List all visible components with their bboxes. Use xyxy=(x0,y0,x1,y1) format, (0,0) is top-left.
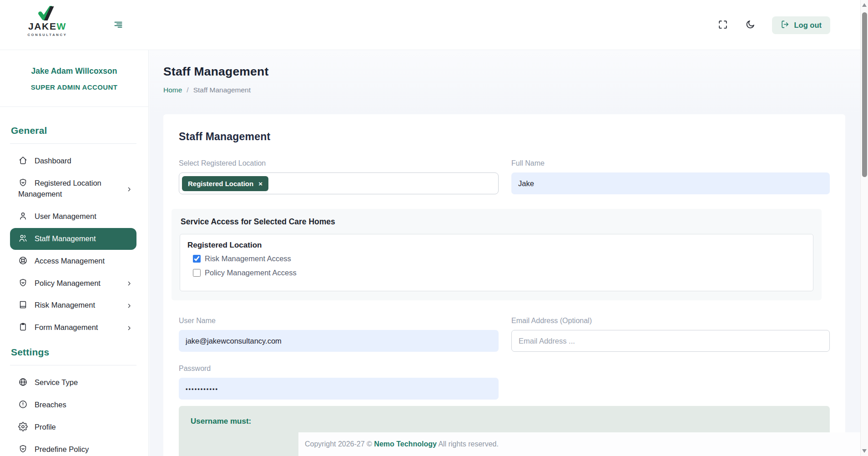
access-checkbox-label: Risk Management Access xyxy=(205,254,291,263)
home-icon xyxy=(18,156,28,165)
sidebar-item-breaches[interactable]: Breaches xyxy=(10,394,136,416)
breadcrumb-divider: / xyxy=(187,86,188,94)
user-name-group: User Name xyxy=(179,317,499,352)
sidebar-item-label: User Management xyxy=(35,212,96,220)
card-title: Staff Management xyxy=(179,131,830,143)
staff-form-card: Staff Management Select Registered Locat… xyxy=(163,114,845,456)
selected-location-tag-label: Registered Location xyxy=(188,180,253,187)
sidebar-item-profile[interactable]: Profile xyxy=(10,416,136,438)
sidebar-item-service-type[interactable]: Service Type xyxy=(10,372,136,394)
sidebar-item-dashboard[interactable]: Dashboard xyxy=(10,150,136,172)
globe-icon xyxy=(18,377,28,387)
sidebar-item-label: Staff Management xyxy=(35,234,96,243)
shield-check-icon xyxy=(18,278,28,288)
footer-copyright: Copyright 2026-27 © Nemo Technology All … xyxy=(305,440,499,448)
chevron-right-icon xyxy=(126,279,133,287)
sidebar-item-risk-management[interactable]: Risk Management xyxy=(10,294,136,316)
sidebar-divider xyxy=(10,365,136,365)
footer-brand-link[interactable]: Nemo Technology xyxy=(374,440,437,448)
sidebar-item-form-management[interactable]: Form Management xyxy=(10,317,136,339)
scrollbar-thumb[interactable] xyxy=(862,12,867,177)
access-checkbox[interactable] xyxy=(193,255,201,263)
page-scrollbar[interactable] xyxy=(860,0,868,456)
sidebar-user-block: Jake Adam Willcoxson SUPER ADMIN ACCOUNT xyxy=(0,50,148,107)
header-actions: Log out xyxy=(717,0,830,50)
main-content: Staff Management Home / Staff Management… xyxy=(149,50,860,456)
chevron-right-icon xyxy=(126,302,133,309)
username-hint-title: Username must: xyxy=(191,417,251,426)
theme-toggle-button[interactable] xyxy=(745,20,756,30)
sidebar: Jake Adam Willcoxson SUPER ADMIN ACCOUNT… xyxy=(0,50,149,456)
service-access-option[interactable]: Risk Management Access xyxy=(193,254,806,263)
sidebar-menu: GeneralDashboardRegistered Location Mana… xyxy=(0,107,148,456)
service-access-option[interactable]: Policy Management Access xyxy=(193,269,806,277)
full-name-group: Full Name xyxy=(511,159,830,194)
sidebar-item-label: Predefine Policy xyxy=(35,445,89,453)
brand-subtitle: CONSULTANCY xyxy=(19,33,76,37)
service-access-box: Registered Location Risk Management Acce… xyxy=(180,234,813,291)
shield-check-icon xyxy=(18,178,28,187)
email-input[interactable] xyxy=(511,330,830,352)
full-name-label: Full Name xyxy=(511,159,830,167)
user-name-label: User Name xyxy=(179,317,499,325)
breadcrumb-home-link[interactable]: Home xyxy=(163,86,182,94)
sidebar-section-title: General xyxy=(11,125,136,136)
user-icon xyxy=(18,211,28,221)
select-location-group: Select Registered Location Registered Lo… xyxy=(179,159,499,194)
sidebar-item-policy-management[interactable]: Policy Management xyxy=(10,273,136,294)
sidebar-item-label: Access Management xyxy=(35,257,105,265)
logout-button[interactable]: Log out xyxy=(772,16,830,34)
sidebar-item-label: Service Type xyxy=(35,378,78,386)
book-icon xyxy=(18,300,28,309)
service-access-group-title: Registered Location xyxy=(187,241,806,250)
sidebar-item-label: Registered Location Management xyxy=(18,179,101,198)
brand-logo-icon xyxy=(37,6,57,21)
password-input[interactable] xyxy=(179,378,499,400)
full-name-input[interactable] xyxy=(511,172,830,194)
sidebar-section-title: Settings xyxy=(11,347,136,358)
sidebar-divider xyxy=(10,143,136,144)
alert-circle-icon xyxy=(18,400,28,409)
shield-check-icon xyxy=(18,444,28,454)
brand-name: JAKEW xyxy=(19,21,76,31)
clipboard-icon xyxy=(18,322,28,332)
sidebar-item-label: Profile xyxy=(35,423,56,431)
logout-icon xyxy=(781,20,789,30)
sidebar-item-predefine-policy[interactable]: Predefine Policy xyxy=(10,439,136,456)
password-group: Password xyxy=(179,365,499,400)
sidebar-item-user-management[interactable]: User Management xyxy=(10,206,136,228)
header: JAKEW CONSULTANCY Log out xyxy=(0,0,860,50)
chevron-right-icon xyxy=(126,324,133,331)
brand-logo[interactable]: JAKEW CONSULTANCY xyxy=(19,6,76,37)
users-icon xyxy=(18,233,28,243)
registered-location-select[interactable]: Registered Location × xyxy=(179,172,499,194)
chevron-right-icon xyxy=(126,185,133,193)
sidebar-user-role: SUPER ADMIN ACCOUNT xyxy=(5,83,143,91)
sidebar-toggle-button[interactable] xyxy=(113,20,123,30)
fullscreen-button[interactable] xyxy=(717,20,728,30)
fullscreen-icon xyxy=(718,24,728,31)
sidebar-item-staff-management[interactable]: Staff Management xyxy=(10,228,136,250)
sidebar-item-label: Dashboard xyxy=(35,157,71,165)
select-location-label: Select Registered Location xyxy=(179,159,499,167)
password-label: Password xyxy=(179,365,499,373)
scroll-up-arrow-icon[interactable] xyxy=(862,3,867,7)
breadcrumb-current: Staff Management xyxy=(193,86,251,94)
hamburger-icon xyxy=(114,24,123,30)
sidebar-user-name: Jake Adam Willcoxson xyxy=(5,66,143,76)
access-checkbox-label: Policy Management Access xyxy=(205,269,297,277)
sidebar-item-label: Policy Management xyxy=(35,279,101,287)
service-access-title: Service Access for Selected Care Homes xyxy=(181,217,813,227)
page-title: Staff Management xyxy=(163,65,845,79)
sidebar-item-access-management[interactable]: Access Management xyxy=(10,250,136,272)
email-label: Email Address (Optional) xyxy=(511,317,830,325)
footer: Copyright 2026-27 © Nemo Technology All … xyxy=(298,432,860,456)
remove-tag-icon[interactable]: × xyxy=(258,180,262,187)
scroll-down-arrow-icon[interactable] xyxy=(862,449,867,453)
lifebuoy-icon xyxy=(18,256,28,265)
sidebar-item-registered-location-management[interactable]: Registered Location Management xyxy=(10,172,136,205)
access-checkbox[interactable] xyxy=(193,269,201,277)
service-access-options: Risk Management AccessPolicy Management … xyxy=(187,254,806,277)
user-name-input[interactable] xyxy=(179,330,499,352)
service-access-section: Service Access for Selected Care Homes R… xyxy=(172,209,822,300)
